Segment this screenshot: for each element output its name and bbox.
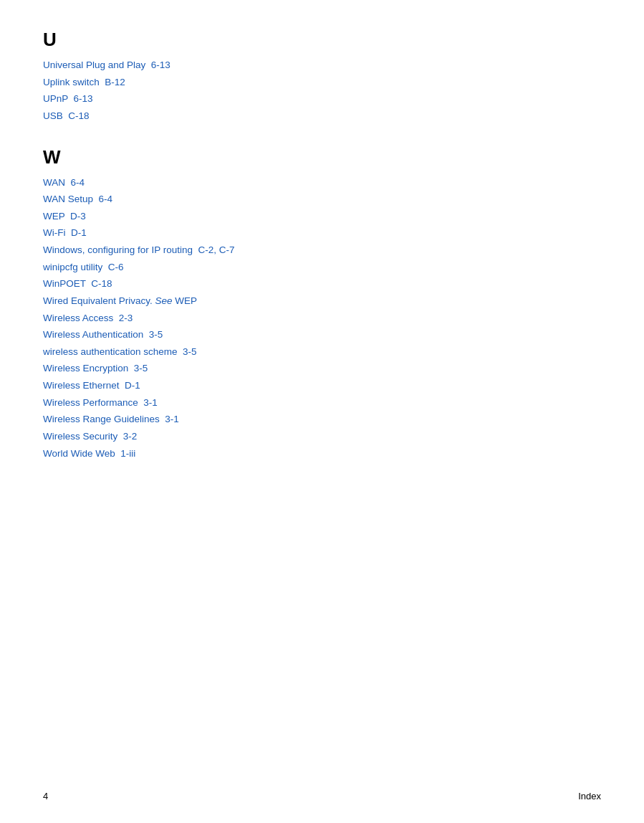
entry-wan[interactable]: WAN 6-4 <box>43 174 601 191</box>
section-header-w: W <box>43 146 601 168</box>
page-container: U Universal Plug and Play 6-13 Uplink sw… <box>0 0 644 823</box>
section-header-u: U <box>43 29 601 51</box>
entry-wireless-ethernet[interactable]: Wireless Ethernet D-1 <box>43 377 601 394</box>
entry-world-wide-web[interactable]: World Wide Web 1-iii <box>43 445 601 462</box>
footer: 4 Index <box>43 791 601 801</box>
entry-wep[interactable]: WEP D-3 <box>43 208 601 225</box>
section-u: U Universal Plug and Play 6-13 Uplink sw… <box>43 29 601 125</box>
entry-wireless-range-guidelines[interactable]: Wireless Range Guidelines 3-1 <box>43 411 601 428</box>
entry-universal-plug-and-play[interactable]: Universal Plug and Play 6-13 <box>43 57 601 74</box>
section-w: W WAN 6-4 WAN Setup 6-4 WEP D-3 Wi-Fi D-… <box>43 146 601 462</box>
entry-wireless-authentication[interactable]: Wireless Authentication 3-5 <box>43 326 601 343</box>
entry-winipcfg[interactable]: winipcfg utility C-6 <box>43 259 601 276</box>
entry-wireless-encryption[interactable]: Wireless Encryption 3-5 <box>43 360 601 377</box>
entry-uplink-switch[interactable]: Uplink switch B-12 <box>43 74 601 91</box>
footer-label: Index <box>578 791 601 801</box>
entry-wireless-security[interactable]: Wireless Security 3-2 <box>43 428 601 445</box>
entry-wireless-authentication-scheme[interactable]: wireless authentication scheme 3-5 <box>43 343 601 361</box>
entry-wi-fi[interactable]: Wi-Fi D-1 <box>43 224 601 242</box>
entry-usb[interactable]: USB C-18 <box>43 108 601 125</box>
entry-wireless-performance[interactable]: Wireless Performance 3-1 <box>43 394 601 412</box>
footer-page-number: 4 <box>43 791 48 801</box>
entry-wan-setup[interactable]: WAN Setup 6-4 <box>43 191 601 208</box>
entry-windows-configuring[interactable]: Windows, configuring for IP routing C-2,… <box>43 242 601 259</box>
entry-upnp[interactable]: UPnP 6-13 <box>43 90 601 108</box>
entry-wired-equivalent-privacy[interactable]: Wired Equivalent Privacy. See WEP <box>43 292 601 310</box>
entry-wireless-access[interactable]: Wireless Access 2-3 <box>43 310 601 327</box>
entry-winpoet[interactable]: WinPOET C-18 <box>43 275 601 292</box>
